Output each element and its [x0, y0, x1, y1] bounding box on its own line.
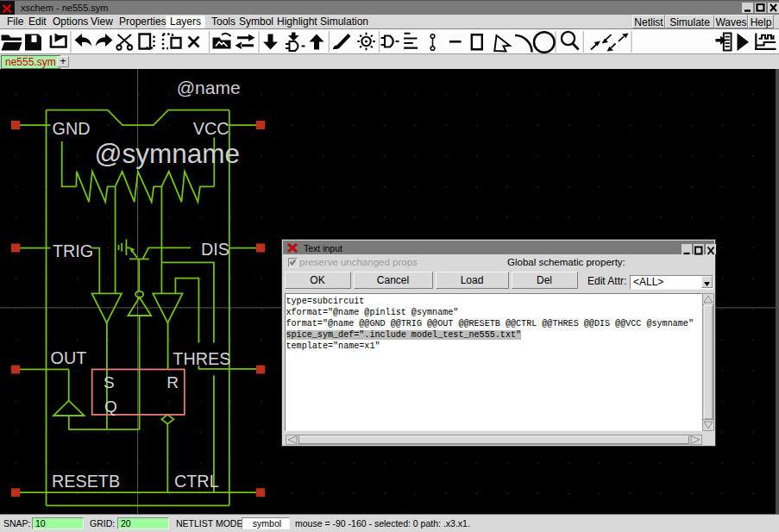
svg-text:DIS: DIS [201, 240, 229, 259]
svg-text:THRES: THRES [173, 349, 230, 368]
svg-text:@symname: @symname [95, 138, 241, 169]
svg-text:S: S [104, 373, 115, 391]
svg-text:VCC: VCC [193, 119, 229, 138]
svg-text:RESETB: RESETB [52, 472, 120, 491]
svg-text:OUT: OUT [51, 348, 87, 367]
svg-text:CTRL: CTRL [174, 472, 219, 491]
svg-text:@name: @name [177, 78, 241, 97]
svg-text:R: R [166, 373, 179, 391]
svg-text:TRIG: TRIG [53, 241, 93, 260]
svg-text:GND: GND [53, 119, 91, 138]
svg-text:Q: Q [104, 397, 117, 416]
